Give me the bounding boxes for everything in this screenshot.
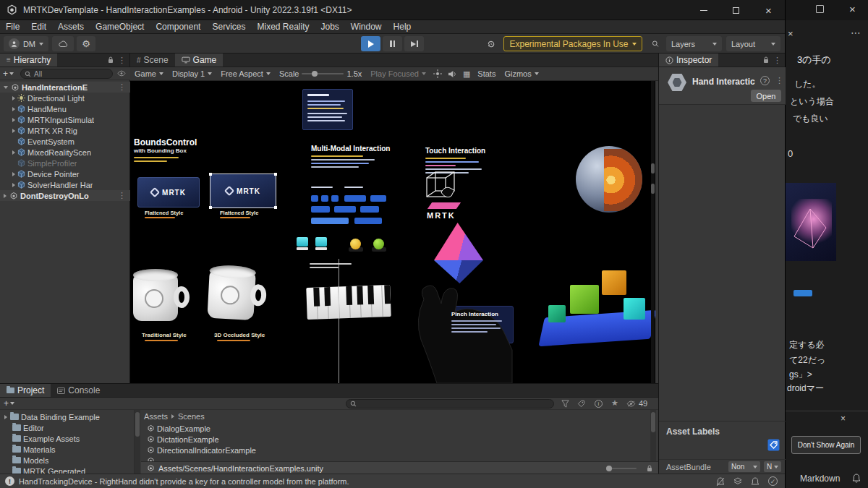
create-object-button[interactable]: + bbox=[3, 69, 14, 79]
menu-help[interactable]: Help bbox=[388, 22, 417, 32]
undo-history-button[interactable] bbox=[482, 36, 501, 51]
create-asset-button[interactable]: + bbox=[4, 398, 14, 408]
layout-dropdown[interactable]: Layout bbox=[726, 36, 780, 51]
layers-status-icon[interactable] bbox=[733, 477, 742, 486]
step-button[interactable] bbox=[404, 36, 424, 51]
menu-file[interactable]: File bbox=[0, 22, 25, 32]
scene-options-icon[interactable]: ⋮ bbox=[118, 192, 126, 200]
search-button[interactable] bbox=[647, 36, 664, 51]
minimize-button[interactable] bbox=[687, 0, 720, 20]
version-control-button[interactable]: ⚙ bbox=[77, 36, 95, 51]
hierarchy-item[interactable]: SolverHandler Har bbox=[0, 179, 130, 190]
bounds-handle[interactable] bbox=[209, 173, 212, 176]
hierarchy-item[interactable]: SimpleProfiler bbox=[0, 158, 130, 168]
menu-assets[interactable]: Assets bbox=[52, 22, 90, 32]
lock-icon[interactable] bbox=[763, 56, 769, 64]
scene-root-row[interactable]: HandInteractionE ⋮ bbox=[0, 82, 130, 93]
tab-inspector[interactable]: Inspector bbox=[659, 53, 718, 67]
stats-button[interactable]: Stats bbox=[473, 67, 500, 81]
hierarchy-item[interactable]: Device Pointer bbox=[0, 168, 130, 179]
play-button[interactable] bbox=[361, 36, 380, 51]
cube-stack-group[interactable] bbox=[535, 265, 655, 359]
search-by-label-icon[interactable] bbox=[577, 400, 585, 408]
hierarchy-menu-icon[interactable]: ⋮ bbox=[118, 56, 126, 64]
tab-hierarchy[interactable]: ≡ Hierarchy bbox=[0, 53, 57, 67]
mrtk-plate-bounded[interactable]: MRTK bbox=[210, 174, 276, 208]
close-button[interactable]: × bbox=[752, 0, 785, 20]
more-options-icon[interactable]: ⋯ bbox=[851, 27, 861, 38]
project-search-input[interactable] bbox=[346, 399, 554, 408]
scene-options-icon[interactable]: ⋮ bbox=[118, 83, 126, 91]
menu-services[interactable]: Services bbox=[206, 22, 251, 32]
menu-edit[interactable]: Edit bbox=[25, 22, 52, 32]
pause-button[interactable] bbox=[383, 36, 402, 51]
black-key[interactable] bbox=[313, 287, 320, 306]
lock-icon[interactable] bbox=[108, 56, 114, 64]
piano-keyboard[interactable] bbox=[306, 285, 391, 320]
notification-close-icon[interactable]: × bbox=[841, 414, 846, 423]
scale-slider[interactable] bbox=[302, 73, 344, 74]
breadcrumb-scenes[interactable]: Scenes bbox=[178, 412, 205, 421]
bell-status-icon[interactable] bbox=[751, 477, 760, 487]
black-key[interactable] bbox=[367, 286, 374, 304]
inspector-menu-icon[interactable]: ⋮ bbox=[773, 56, 781, 64]
black-key[interactable] bbox=[357, 286, 363, 304]
selected-asset-path-bar[interactable]: Assets/Scenes/HandInteractionExamples.un… bbox=[141, 461, 658, 474]
notifications-muted-icon[interactable] bbox=[716, 477, 725, 487]
green-cube[interactable] bbox=[570, 285, 599, 314]
hierarchy-item[interactable]: MRTK XR Rig bbox=[0, 125, 130, 136]
mug-traditional[interactable] bbox=[132, 267, 195, 330]
display-dropdown[interactable]: Display 1 bbox=[168, 67, 216, 81]
tab-project[interactable]: Project bbox=[0, 384, 51, 397]
game-view-scrollbar[interactable] bbox=[651, 81, 655, 383]
mrtk-plate-flat[interactable]: MRTK bbox=[137, 177, 200, 207]
hierarchy-item[interactable]: MixedRealityScen bbox=[0, 147, 130, 158]
assetbundle-dropdown[interactable]: Non bbox=[728, 461, 760, 472]
folder-tree-scrollbar[interactable] bbox=[135, 410, 140, 474]
language-mode-label[interactable]: Markdown bbox=[800, 474, 840, 484]
folder-row[interactable]: Models bbox=[0, 455, 134, 466]
flare-toggle-icon[interactable] bbox=[433, 69, 442, 78]
asset-row[interactable]: DictationExample bbox=[141, 434, 650, 445]
breadcrumb-assets[interactable]: Assets bbox=[144, 412, 168, 421]
search-by-type-icon[interactable] bbox=[561, 400, 569, 408]
asset-menu-icon[interactable]: ⋮ bbox=[775, 77, 783, 85]
help-icon[interactable]: ? bbox=[760, 76, 770, 85]
mini-progress-button[interactable] bbox=[793, 290, 812, 296]
planet-sphere[interactable] bbox=[576, 146, 642, 213]
scale-slider-knob[interactable] bbox=[312, 71, 318, 77]
menu-component[interactable]: Component bbox=[150, 22, 206, 32]
mug-occluded[interactable] bbox=[205, 263, 273, 330]
hierarchy-item[interactable]: Directional Light bbox=[0, 93, 130, 103]
hierarchy-search-input[interactable]: All bbox=[20, 69, 113, 79]
bell-icon[interactable] bbox=[852, 474, 861, 483]
close-window-icon[interactable]: × bbox=[849, 4, 856, 14]
cube-button[interactable] bbox=[315, 237, 327, 247]
orange-cube[interactable] bbox=[602, 270, 626, 295]
menu-jobs[interactable]: Jobs bbox=[315, 22, 345, 32]
status-info-icon[interactable]: ! bbox=[5, 476, 14, 486]
asset-row[interactable]: DialogExample bbox=[141, 423, 650, 434]
scale-control[interactable]: Scale 1.5x bbox=[275, 67, 366, 81]
aspect-dropdown[interactable]: Free Aspect bbox=[216, 67, 275, 81]
cyan-cube[interactable] bbox=[624, 298, 645, 320]
maximize-button[interactable] bbox=[720, 0, 752, 20]
asset-row[interactable]: DirectionalIndicatorExample bbox=[141, 445, 650, 455]
restore-window-icon[interactable] bbox=[816, 5, 824, 13]
round-button-green[interactable] bbox=[373, 239, 384, 249]
tab-scene[interactable]: # Scene bbox=[130, 53, 175, 67]
bounds-handle[interactable] bbox=[274, 206, 277, 209]
info-icon[interactable]: i bbox=[595, 400, 603, 408]
zoom-slider[interactable] bbox=[606, 468, 637, 469]
tab-game[interactable]: Game bbox=[175, 53, 224, 67]
favorites-star-icon[interactable]: ★ bbox=[611, 398, 618, 408]
cloud-button[interactable] bbox=[52, 36, 74, 51]
zoom-slider-knob[interactable] bbox=[606, 466, 612, 471]
hierarchy-item[interactable]: EventSystem bbox=[0, 136, 130, 147]
cube-button[interactable] bbox=[297, 237, 308, 247]
bounds-handle[interactable] bbox=[209, 206, 212, 209]
menu-mixed-reality[interactable]: Mixed Reality bbox=[251, 22, 315, 32]
folder-row[interactable]: Editor bbox=[0, 422, 134, 433]
tab-console[interactable]: Console bbox=[51, 384, 106, 397]
panel-close-icon[interactable]: × bbox=[788, 29, 793, 38]
